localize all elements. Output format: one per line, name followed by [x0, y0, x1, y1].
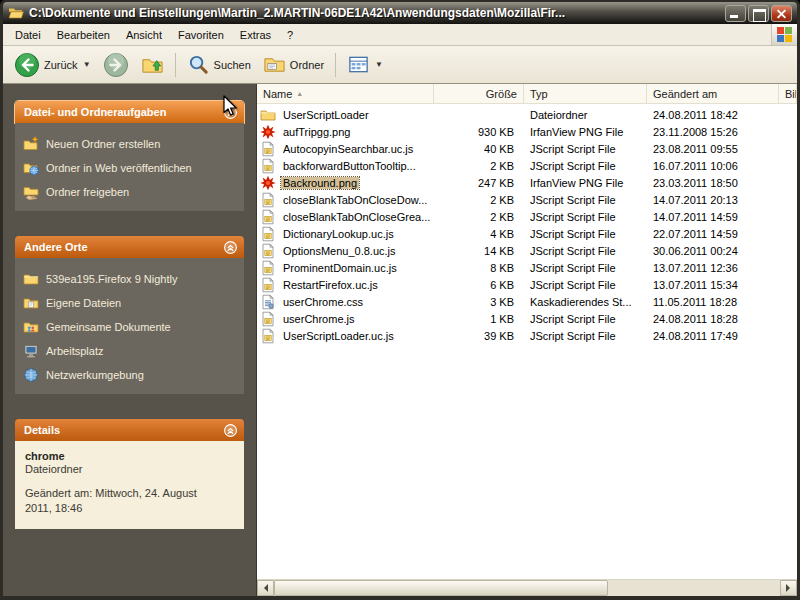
task-item-label: Ordner freigeben — [46, 184, 129, 198]
scrollbar-track[interactable] — [274, 580, 780, 596]
section-header-other-places[interactable]: Andere Orte — [15, 236, 244, 258]
column-label: Typ — [530, 88, 548, 100]
scrollbar-thumb[interactable] — [274, 580, 608, 596]
file-name: AutocopyinSearchbar.uc.js — [281, 143, 415, 155]
file-row[interactable]: RestartFirefox.uc.js6 KBJScript Script F… — [257, 276, 797, 293]
up-button[interactable] — [136, 50, 169, 79]
file-row[interactable]: userChrome.css3 KBKaskadierendes St...11… — [257, 293, 797, 310]
irfanview-icon — [260, 124, 276, 140]
file-row[interactable]: OptionsMenu_0.8.uc.js14 KBJScript Script… — [257, 242, 797, 259]
menu-item-extras[interactable]: Extras — [232, 25, 279, 45]
file-row[interactable]: ProminentDomain.uc.js8 KBJScript Script … — [257, 259, 797, 276]
back-dropdown-icon[interactable]: ▼ — [83, 60, 91, 69]
back-button[interactable]: Zurück ▼ — [9, 49, 96, 81]
file-row[interactable]: closeBlankTabOnCloseGrea...2 KBJScript S… — [257, 208, 797, 225]
file-size: 930 KB — [434, 126, 524, 138]
menu-item-ansicht[interactable]: Ansicht — [118, 25, 170, 45]
sidebar-task-item[interactable]: Arbeitsplatz — [23, 339, 236, 363]
file-name: UserScriptLoader — [281, 109, 371, 121]
file-name: userChrome.js — [281, 313, 357, 325]
file-size: 8 KB — [434, 262, 524, 274]
collapse-chevron-icon[interactable] — [223, 240, 238, 255]
views-dropdown-icon[interactable]: ▼ — [375, 60, 383, 69]
column-header-type[interactable]: Typ — [524, 84, 647, 103]
sidebar-task-item[interactable]: Netzwerkumgebung — [23, 363, 236, 387]
column-header-name[interactable]: Name▲ — [257, 84, 434, 103]
scroll-left-button[interactable] — [257, 580, 274, 596]
documents-folder-icon — [23, 295, 39, 311]
file-name: Backround.png — [281, 177, 359, 189]
section-header-details[interactable]: Details — [15, 419, 244, 441]
folders-icon — [263, 53, 286, 76]
column-label: Bild — [785, 88, 797, 100]
column-label: Geändert am — [653, 88, 717, 100]
file-name: aufTripgg.png — [281, 126, 352, 138]
sidebar-task-item[interactable]: Ordner freigeben — [23, 180, 236, 204]
folders-button[interactable]: Ordner — [258, 50, 329, 79]
file-row[interactable]: Backround.png247 KBIrfanView PNG File23.… — [257, 174, 797, 191]
file-row[interactable]: AutocopyinSearchbar.uc.js40 KBJScript Sc… — [257, 140, 797, 157]
section-title: Andere Orte — [24, 241, 88, 253]
sidebar-task-item[interactable]: Eigene Dateien — [23, 291, 236, 315]
file-row[interactable]: aufTripgg.png930 KBIrfanView PNG File23.… — [257, 123, 797, 140]
search-button[interactable]: Suchen — [182, 50, 256, 79]
sidebar-task-item[interactable]: Neuen Ordner erstellen — [23, 132, 236, 156]
file-size: 3 KB — [434, 296, 524, 308]
file-name: closeBlankTabOnCloseDow... — [281, 194, 429, 206]
task-item-label: Eigene Dateien — [46, 295, 121, 309]
sidebar-task-item[interactable]: Ordner in Web veröffentlichen — [23, 156, 236, 180]
section-details: Details chrome Dateiordner Geändert am: … — [15, 419, 244, 529]
forward-button[interactable] — [98, 49, 134, 81]
file-row[interactable]: UserScriptLoaderDateiordner24.08.2011 18… — [257, 106, 797, 123]
maximize-button[interactable] — [748, 5, 769, 22]
collapse-chevron-icon[interactable] — [223, 423, 238, 438]
file-row[interactable]: userChrome.js1 KBJScript Script File24.0… — [257, 310, 797, 327]
views-button[interactable]: ▼ — [342, 50, 388, 79]
file-name: RestartFirefox.uc.js — [281, 279, 380, 291]
minimize-button[interactable] — [725, 5, 746, 22]
jscript-icon — [260, 311, 276, 327]
file-type: JScript Script File — [524, 228, 647, 240]
menu-item-bearbeiten[interactable]: Bearbeiten — [49, 25, 118, 45]
file-modified: 22.07.2011 14:59 — [647, 228, 779, 240]
section-file-tasks: Datei- und Ordneraufgaben Neuen Ordner e… — [15, 101, 244, 211]
menu-item-hilfe[interactable]: ? — [279, 25, 301, 45]
file-size: 2 KB — [434, 160, 524, 172]
file-type: JScript Script File — [524, 143, 647, 155]
file-rows: UserScriptLoaderDateiordner24.08.2011 18… — [257, 104, 797, 579]
column-header-image[interactable]: Bild — [779, 84, 797, 103]
column-header-size[interactable]: Größe — [434, 84, 524, 103]
close-button[interactable] — [771, 5, 792, 22]
file-row[interactable]: backforwardButtonTooltip...2 KBJScript S… — [257, 157, 797, 174]
file-name: UserScriptLoader.uc.js — [281, 330, 396, 342]
menu-item-favoriten[interactable]: Favoriten — [170, 25, 232, 45]
file-row[interactable]: closeBlankTabOnCloseDow...2 KBJScript Sc… — [257, 191, 797, 208]
section-title: Datei- und Ordneraufgaben — [24, 106, 166, 118]
file-type: IrfanView PNG File — [524, 126, 647, 138]
file-row[interactable]: DictionaryLookup.uc.js4 KBJScript Script… — [257, 225, 797, 242]
sidebar-task-item[interactable]: Gemeinsame Dokumente — [23, 315, 236, 339]
section-header-file-tasks[interactable]: Datei- und Ordneraufgaben — [15, 101, 244, 123]
column-header-modified[interactable]: Geändert am — [647, 84, 779, 103]
computer-icon — [23, 343, 39, 359]
file-size: 247 KB — [434, 177, 524, 189]
horizontal-scrollbar[interactable] — [257, 579, 797, 596]
title-bar[interactable]: C:\Dokumente und Einstellungen\Martin_2.… — [3, 2, 797, 24]
menu-items: DateiBearbeitenAnsichtFavoritenExtras? — [7, 25, 301, 45]
column-headers: Name▲GrößeTypGeändert amBild — [257, 84, 797, 104]
scroll-right-icon — [786, 584, 794, 592]
back-icon — [14, 52, 40, 78]
column-label: Name — [263, 88, 292, 100]
publish-folder-icon — [23, 160, 39, 176]
sidebar-task-item[interactable]: 539ea195.Firefox 9 Nightly — [23, 267, 236, 291]
file-name: OptionsMenu_0.8.uc.js — [281, 245, 398, 257]
new-folder-icon — [23, 136, 39, 152]
column-label: Größe — [486, 88, 517, 100]
file-row[interactable]: UserScriptLoader.uc.js39 KBJScript Scrip… — [257, 327, 797, 344]
file-size: 14 KB — [434, 245, 524, 257]
sort-ascending-icon: ▲ — [296, 90, 303, 97]
file-size: 39 KB — [434, 330, 524, 342]
scroll-right-button[interactable] — [780, 580, 797, 596]
collapse-chevron-icon[interactable] — [223, 105, 238, 120]
menu-item-datei[interactable]: Datei — [7, 25, 49, 45]
